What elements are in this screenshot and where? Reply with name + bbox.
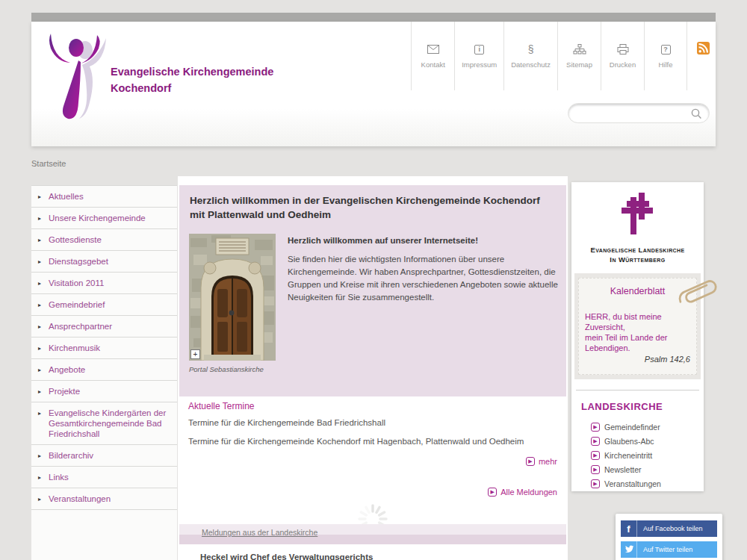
- bullet-icon: ▸: [38, 387, 41, 397]
- link-glaubens-abc[interactable]: ▶ Glaubens-Abc: [591, 437, 704, 446]
- nav-label: Impressum: [462, 60, 497, 69]
- sidebar-item-ansprechpartner[interactable]: ▸Ansprechpartner: [31, 316, 177, 337]
- sidebar-item-angebote[interactable]: ▸Angebote: [31, 359, 177, 381]
- sidebar-item-kirchenmusik[interactable]: ▸Kirchenmusik: [31, 337, 177, 359]
- social-share-card: f Auf Facebook teilen Auf Twitter teilen: [616, 514, 722, 560]
- meldungen-band: Meldungen aus der Landeskirche: [179, 524, 566, 544]
- nav-item-hilfe[interactable]: ? Hilfe: [644, 22, 687, 90]
- main-content: Herzlich willkommen in der Evangelischen…: [178, 176, 568, 560]
- site-title-line2: Kochendorf: [111, 80, 273, 96]
- bullet-icon: ▸: [38, 494, 41, 505]
- paragraph-icon: §: [511, 43, 551, 56]
- link-veranstaltungen[interactable]: ▶ Veranstaltungen: [591, 479, 704, 488]
- landeskirche-wordmark-line2: In Württemberg: [571, 255, 704, 264]
- facebook-share-button[interactable]: f Auf Facebook teilen: [621, 520, 717, 537]
- sidebar-item-gottesdienste[interactable]: ▸Gottesdienste: [31, 229, 177, 251]
- sidebar-item-unsere-kirchengemeinde[interactable]: ▸Unsere Kirchengemeinde: [31, 208, 177, 229]
- nav-item-kontakt[interactable]: Kontakt: [411, 22, 454, 90]
- site-header: Evangelische Kirchengemeinde Kochendorf …: [31, 22, 716, 146]
- verse-line2: mein Teil im Lande der Lebendigen.: [585, 332, 690, 353]
- site-title-line1: Evangelische Kirchengemeinde: [111, 63, 273, 80]
- info-icon: i: [462, 43, 497, 56]
- landeskirche-logo[interactable]: Evangelische Landeskirche In Württemberg: [571, 182, 704, 264]
- sidebar-item-dienstagsgebet[interactable]: ▸Dienstagsgebet: [31, 251, 177, 273]
- breadcrumb[interactable]: Startseite: [31, 159, 66, 168]
- wuerttemberg-cross-icon: [621, 193, 655, 236]
- intro-bold: Herzlich willkommen auf unserer Internet…: [288, 236, 558, 245]
- help-icon: ?: [651, 43, 680, 56]
- play-icon: ▶: [591, 465, 600, 474]
- nav-label: Sitemap: [565, 60, 594, 69]
- play-icon: ▶: [591, 437, 600, 446]
- sitemap-icon: [565, 43, 594, 56]
- site-logo: [43, 28, 115, 123]
- kalenderblatt-widget: Kalenderblatt HERR, du bist meine Zuvers…: [574, 273, 701, 379]
- bullet-icon: ▸: [38, 214, 41, 224]
- welcome-text: Herzlich willkommen auf unserer Internet…: [288, 236, 558, 304]
- link-kircheneintritt[interactable]: ▶ Kircheneintritt: [591, 451, 704, 460]
- printer-icon: [608, 43, 637, 56]
- verse-source: Psalm 142,6: [585, 355, 690, 364]
- utility-nav: Kontakt i Impressum § Datenschutz Sitema…: [411, 22, 687, 90]
- sidebar-item-links[interactable]: ▸Links: [31, 467, 177, 488]
- link-newsletter[interactable]: ▶ Newsletter: [591, 465, 704, 474]
- search-box: [568, 103, 710, 123]
- nav-item-datenschutz[interactable]: § Datenschutz: [503, 22, 557, 90]
- bullet-icon: ▸: [38, 365, 41, 376]
- sidebar-item-visitation-2011[interactable]: ▸Visitation 2011: [31, 273, 177, 294]
- page-title: Evangelische Kirchengemeinde Kochendorf: [111, 63, 273, 96]
- landeskirche-wordmark-line1: Evangelische Landeskirche: [571, 245, 704, 255]
- mail-icon: [418, 43, 447, 56]
- sidebar-item-gemeindebrief[interactable]: ▸Gemeindebrief: [31, 294, 177, 316]
- bullet-icon: ▸: [38, 279, 41, 289]
- welcome-box: Herzlich willkommen in der Evangelischen…: [179, 185, 566, 396]
- termine-section: Aktuelle Termine Termine für die Kirchen…: [178, 396, 568, 497]
- news-headline[interactable]: Heckel wird Chef des Verwaltungsgerichts: [200, 553, 544, 560]
- church-portal-figure: + Portal Sebastianskirche: [189, 234, 276, 373]
- twitter-icon: [621, 541, 637, 558]
- bullet-icon: ▸: [38, 257, 41, 267]
- twitter-share-button[interactable]: Auf Twitter teilen: [621, 541, 717, 558]
- image-caption: Portal Sebastianskirche: [189, 365, 276, 373]
- nav-label: Datenschutz: [511, 60, 551, 69]
- nav-label: Hilfe: [651, 60, 680, 69]
- rss-icon[interactable]: [697, 42, 710, 55]
- nav-item-drucken[interactable]: Drucken: [601, 22, 644, 90]
- church-door-illustration: [189, 234, 276, 361]
- search-input[interactable]: [577, 105, 689, 122]
- main-menu: ▸Aktuelles ▸Unsere Kirchengemeinde ▸Gott…: [31, 185, 177, 560]
- paperclip-icon: [671, 275, 723, 311]
- verse-line1: HERR, du bist meine Zuversicht,: [585, 311, 690, 332]
- termine-item-friedrichshall[interactable]: Termine für die Kirchengemeinde Bad Frie…: [188, 418, 557, 427]
- alle-meldungen-link[interactable]: ▶ Alle Meldungen: [488, 488, 557, 497]
- bullet-icon: ▸: [38, 235, 41, 246]
- mehr-link[interactable]: ▶ mehr: [526, 457, 557, 466]
- bullet-icon: ▸: [38, 343, 41, 354]
- image-zoom-button[interactable]: +: [190, 349, 200, 359]
- nav-label: Kontakt: [418, 60, 447, 69]
- sidebar-item-veranstaltungen[interactable]: ▸Veranstaltungen: [31, 488, 177, 510]
- bullet-icon: ▸: [38, 192, 41, 202]
- welcome-heading: Herzlich willkommen in der Evangelischen…: [179, 185, 566, 222]
- termine-heading: Aktuelle Termine: [188, 401, 557, 411]
- landeskirche-links: ▶ Gemeindefinder ▶ Glaubens-Abc ▶ Kirche…: [591, 423, 704, 488]
- termine-item-kochendorf[interactable]: Termine für die Kirchengemeinde Kochendo…: [188, 437, 557, 446]
- link-gemeindefinder[interactable]: ▶ Gemeindefinder: [591, 423, 704, 432]
- bullet-icon: ▸: [38, 322, 41, 332]
- sidebar-item-bilderarchiv[interactable]: ▸Bilderarchiv: [31, 445, 177, 467]
- figure-logo-icon: [43, 28, 115, 123]
- nav-item-impressum[interactable]: i Impressum: [454, 22, 503, 90]
- play-icon: ▶: [591, 423, 600, 432]
- nav-label: Drucken: [608, 60, 637, 69]
- play-icon: ▶: [488, 488, 497, 497]
- meldungen-link[interactable]: Meldungen aus der Landeskirche: [202, 528, 317, 537]
- top-gray-bar: [31, 13, 716, 22]
- search-icon[interactable]: [691, 108, 702, 122]
- sidebar-item-kindergaerten[interactable]: ▸Evangelische Kindergärten der Gesamtkir…: [31, 402, 177, 445]
- divider: [576, 390, 699, 391]
- sidebar-item-aktuelles[interactable]: ▸Aktuelles: [31, 186, 177, 208]
- play-icon: ▶: [591, 451, 600, 460]
- sidebar-item-projekte[interactable]: ▸Projekte: [31, 381, 177, 402]
- church-portal-image[interactable]: +: [189, 234, 276, 361]
- nav-item-sitemap[interactable]: Sitemap: [557, 22, 601, 90]
